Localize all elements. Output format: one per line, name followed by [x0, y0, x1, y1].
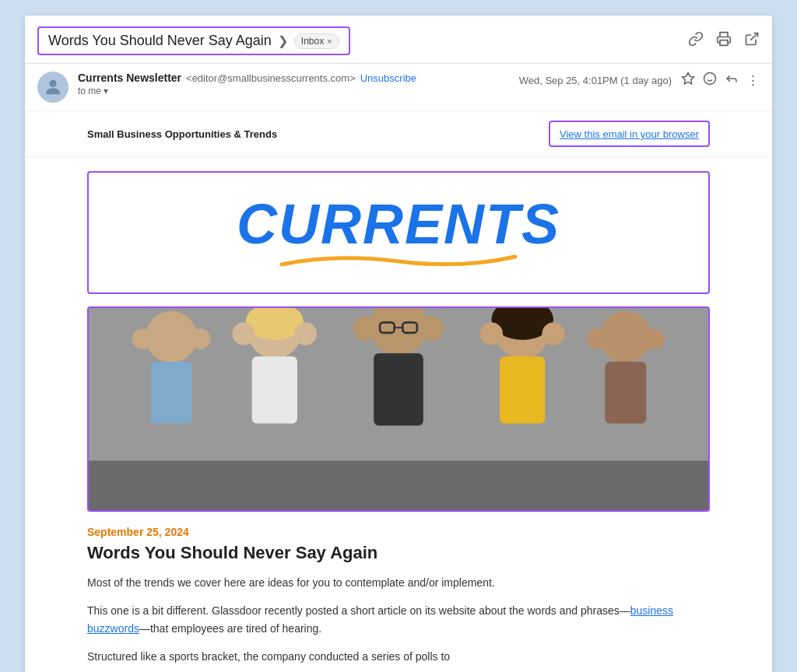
svg-point-14: [190, 329, 211, 350]
view-in-browser-box: View this email in your browser: [549, 121, 710, 147]
article-para-2-after: —that employees are tired of hearing.: [139, 622, 321, 635]
svg-point-26: [420, 317, 444, 341]
subject-title-box: Words You Should Never Say Again ❯ Inbox…: [37, 26, 350, 55]
star-icon[interactable]: [681, 72, 695, 89]
sender-right: Wed, Sep 25, 4:01PM (1 day ago) ⋮: [519, 72, 760, 89]
currents-logo: CURRENTS: [237, 196, 560, 269]
svg-rect-9: [89, 460, 708, 510]
avatar: [37, 72, 68, 103]
open-external-icon[interactable]: [744, 31, 760, 51]
sender-to: to me ▾: [78, 86, 416, 96]
email-container: Words You Should Never Say Again ❯ Inbox…: [25, 16, 772, 672]
chevron-icon: ❯: [278, 33, 288, 48]
article-title: Words You Should Never Say Again: [87, 543, 710, 563]
inbox-label: Inbox: [301, 36, 324, 47]
toolbar-icons: [688, 31, 760, 51]
link-icon[interactable]: [688, 31, 704, 51]
svg-point-31: [542, 323, 564, 345]
svg-point-32: [600, 311, 651, 362]
subject-left: Words You Should Never Say Again ❯ Inbox…: [37, 26, 350, 55]
article-image-box: [87, 306, 710, 512]
svg-point-30: [480, 323, 503, 345]
svg-point-18: [232, 323, 255, 345]
more-options-icon[interactable]: ⋮: [746, 72, 760, 89]
to-dropdown-icon[interactable]: ▾: [104, 86, 108, 96]
email-content: CURRENTS: [25, 171, 772, 672]
unsubscribe-link[interactable]: Unsubscribe: [360, 72, 416, 84]
sender-left: Currents Newsletter <editor@smallbusines…: [37, 72, 416, 103]
email-date: Wed, Sep 25, 4:01PM (1 day ago): [519, 75, 672, 86]
currents-header-box: CURRENTS: [87, 171, 710, 294]
print-icon[interactable]: [716, 31, 732, 51]
currents-logo-text: CURRENTS: [237, 196, 560, 252]
svg-line-1: [750, 33, 757, 40]
svg-point-11: [146, 311, 197, 362]
sender-email: <editor@smallbusinesscurrents.com>: [186, 72, 356, 84]
svg-marker-3: [683, 73, 694, 84]
inbox-close-icon[interactable]: ×: [327, 37, 332, 46]
view-in-browser-link[interactable]: View this email in your browser: [560, 128, 699, 140]
svg-rect-33: [605, 362, 646, 424]
inbox-badge: Inbox ×: [294, 33, 339, 49]
svg-point-19: [294, 323, 317, 345]
sender-actions: ⋮: [681, 72, 760, 89]
sender-name: Currents Newsletter: [78, 72, 181, 84]
email-subheader: Small Business Opportunities & Trends Vi…: [25, 111, 772, 157]
svg-point-13: [132, 329, 153, 350]
subheader-title: Small Business Opportunities & Trends: [87, 128, 277, 140]
sender-info: Currents Newsletter <editor@smallbusines…: [78, 72, 416, 96]
svg-point-25: [353, 317, 378, 341]
subject-bar: Words You Should Never Say Again ❯ Inbox…: [25, 16, 772, 64]
sender-row: Currents Newsletter <editor@smallbusines…: [25, 64, 772, 111]
svg-rect-24: [374, 353, 423, 425]
article-para-2-before: This one is a bit different. Glassdoor r…: [87, 604, 630, 617]
people-image: [89, 308, 708, 510]
svg-point-35: [644, 329, 665, 350]
currents-swoosh: [274, 252, 523, 269]
emoji-icon[interactable]: [703, 72, 717, 89]
svg-rect-17: [252, 356, 297, 423]
article-para-1: Most of the trends we cover here are ide…: [87, 574, 710, 591]
svg-rect-12: [151, 362, 192, 424]
svg-point-4: [704, 73, 716, 85]
sender-name-row: Currents Newsletter <editor@smallbusines…: [78, 72, 416, 84]
article-para-3: Structured like a sports bracket, the co…: [87, 648, 710, 665]
svg-point-2: [49, 80, 56, 87]
svg-point-34: [586, 329, 607, 350]
article-para-2: This one is a bit different. Glassdoor r…: [87, 602, 710, 637]
reply-icon[interactable]: [725, 72, 739, 89]
article-date: September 25, 2024: [87, 526, 710, 538]
svg-rect-0: [720, 40, 728, 46]
svg-rect-29: [500, 356, 545, 423]
subject-title: Words You Should Never Say Again: [48, 33, 272, 49]
